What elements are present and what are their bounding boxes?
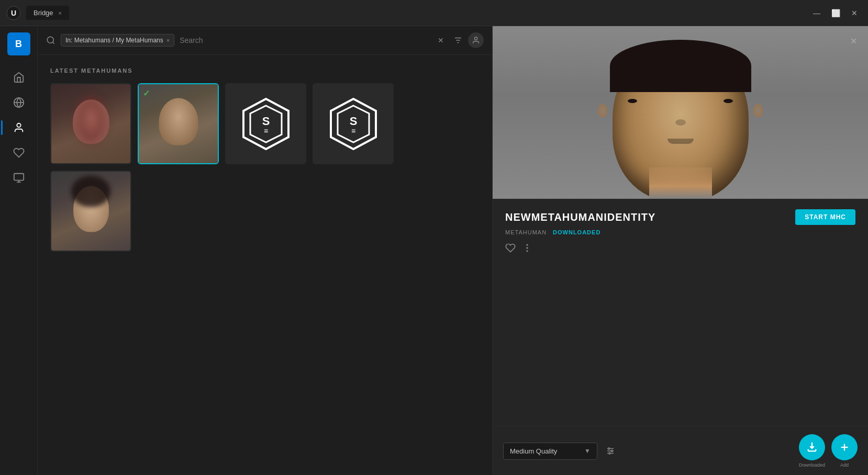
svg-point-30 xyxy=(609,453,610,454)
start-mhc-button[interactable]: START MHC xyxy=(795,209,855,225)
svg-text:S: S xyxy=(262,115,270,128)
filter-tag-close[interactable]: × xyxy=(166,37,170,43)
detail-image xyxy=(493,26,868,199)
svg-point-24 xyxy=(527,251,528,252)
quality-settings-button[interactable] xyxy=(606,446,615,456)
app-logo: U xyxy=(6,6,21,20)
face-render xyxy=(493,26,868,199)
quality-label: Medium Quality xyxy=(510,447,580,455)
detail-actions xyxy=(505,243,855,253)
detail-bottom-bar: Medium Quality ▼ xyxy=(493,426,868,475)
search-filter-tag[interactable]: In: Metahumans / My MetaHumans × xyxy=(61,34,174,47)
detail-close-button[interactable]: ✕ xyxy=(846,33,861,48)
filter-button[interactable] xyxy=(453,36,463,45)
sidebar-item-metahuman[interactable] xyxy=(7,116,30,139)
metahuman-card-5[interactable] xyxy=(50,171,131,252)
metahuman-card-2[interactable]: ✓ xyxy=(138,83,219,164)
svg-line-9 xyxy=(52,42,54,43)
content-area: In: Metahumans / My MetaHumans × ✕ xyxy=(38,26,492,475)
search-input[interactable] xyxy=(180,36,432,44)
more-options-button[interactable] xyxy=(522,243,532,253)
profile-button[interactable] xyxy=(468,32,484,48)
metahuman-grid: ✓ S ≡ S ≡ xyxy=(50,83,480,252)
svg-rect-5 xyxy=(14,174,23,180)
metahuman-card-4[interactable]: S ≡ xyxy=(313,83,394,164)
sidebar-item-local[interactable] xyxy=(7,166,30,189)
search-clear-button[interactable]: ✕ xyxy=(438,36,444,44)
sidebar: B xyxy=(0,26,38,475)
svg-text:S: S xyxy=(349,115,357,128)
metahuman-card-3[interactable]: S ≡ xyxy=(225,83,306,164)
sidebar-item-globe[interactable] xyxy=(7,91,30,114)
close-button[interactable]: ✕ xyxy=(849,8,860,18)
add-label: Add xyxy=(840,462,849,468)
selected-check-icon: ✓ xyxy=(143,88,150,98)
quality-dropdown[interactable]: Medium Quality ▼ xyxy=(503,443,597,460)
maximize-button[interactable]: ⬜ xyxy=(830,8,841,18)
sidebar-item-favorites[interactable] xyxy=(7,141,30,164)
detail-meta-row: METAHUMAN DOWNLOADED xyxy=(505,229,855,235)
grid-area: LATEST METAHUMANS ✓ xyxy=(38,55,492,475)
svg-point-29 xyxy=(611,450,613,452)
detail-panel: ✕ xyxy=(492,26,868,475)
search-icon[interactable] xyxy=(46,36,55,45)
search-bar: In: Metahumans / My MetaHumans × ✕ xyxy=(38,26,492,55)
tab-close-button[interactable]: × xyxy=(59,10,62,16)
svg-text:U: U xyxy=(11,9,16,17)
detail-badge: DOWNLOADED xyxy=(553,229,600,235)
filter-tag-label: In: Metahumans / My MetaHumans xyxy=(65,37,163,44)
sidebar-item-home[interactable] xyxy=(7,66,30,89)
svg-text:≡: ≡ xyxy=(351,127,355,135)
svg-point-8 xyxy=(47,37,53,43)
detail-name: NEWMETAHUMANIDENTITY xyxy=(505,211,655,223)
section-title: LATEST METAHUMANS xyxy=(50,67,480,74)
download-button-wrap: Downloaded xyxy=(799,434,825,468)
sidebar-logo[interactable]: B xyxy=(7,32,30,55)
svg-point-22 xyxy=(527,244,528,245)
minimize-button[interactable]: — xyxy=(811,8,822,18)
svg-point-23 xyxy=(527,247,528,248)
app-body: B xyxy=(0,26,868,475)
download-label: Downloaded xyxy=(799,462,825,468)
detail-name-row: NEWMETAHUMANIDENTITY START MHC xyxy=(505,209,855,225)
add-button-wrap: Add xyxy=(831,434,858,468)
svg-point-28 xyxy=(608,448,610,449)
title-bar: U Bridge × — ⬜ ✕ xyxy=(0,0,868,26)
chevron-down-icon: ▼ xyxy=(584,447,591,455)
svg-point-4 xyxy=(17,123,20,127)
tab-title: Bridge xyxy=(34,9,53,17)
title-tab[interactable]: Bridge × xyxy=(26,6,69,20)
window-controls: — ⬜ ✕ xyxy=(811,8,860,18)
download-button[interactable] xyxy=(799,434,825,460)
svg-text:≡: ≡ xyxy=(263,127,268,135)
add-button[interactable] xyxy=(831,434,858,460)
favorite-button[interactable] xyxy=(505,243,516,253)
metahuman-card-1[interactable] xyxy=(50,83,131,164)
svg-point-13 xyxy=(474,37,477,40)
detail-info: NEWMETAHUMANIDENTITY START MHC METAHUMAN… xyxy=(493,199,868,426)
detail-type: METAHUMAN xyxy=(505,229,547,235)
